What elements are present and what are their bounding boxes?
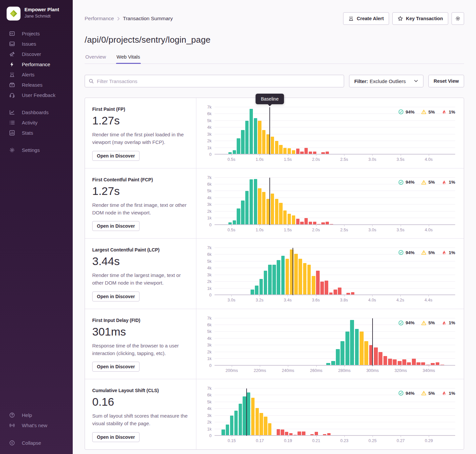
vital-value: 1.27s: [92, 114, 189, 127]
fcp-histogram-chart[interactable]: 94% 5% 1% 01k2k3k4k5k6k7k 0.5s1.0s1.5s2.…: [196, 168, 464, 239]
sidebar-item-projects[interactable]: Projects: [0, 28, 73, 39]
vital-value: 3.44s: [92, 255, 189, 268]
help-icon: [9, 412, 15, 418]
flame-icon: [441, 109, 447, 114]
vital-row-fcp: First Contentful Paint (FCP) 1.27s Rende…: [85, 168, 464, 239]
releases-icon: [9, 82, 15, 88]
warning-icon: [421, 109, 426, 114]
projects-icon: [9, 31, 15, 36]
star-icon: [398, 16, 403, 21]
chart-legend: 94% 5% 1%: [398, 180, 455, 185]
user-feedback-icon: [9, 92, 15, 98]
stats-icon: [9, 130, 15, 136]
org-switcher[interactable]: Empower Plant Jane Schmidt: [0, 5, 73, 28]
sidebar-item-settings[interactable]: Settings: [0, 145, 73, 155]
vital-value: 301ms: [92, 325, 189, 338]
flame-icon: [441, 180, 447, 185]
vital-description: Sum of layout shift scores that measure …: [92, 412, 189, 428]
sidebar-item-dashboards[interactable]: Dashboards: [0, 107, 73, 117]
fp-histogram-chart[interactable]: 94% 5% 1% 01k2k3k4k5k6k7kBaseline 0.5s1.…: [196, 98, 464, 168]
vital-description: Render time of the largest image, text o…: [92, 271, 189, 287]
dashboards-icon: [9, 110, 15, 115]
collapse-icon: [9, 440, 15, 446]
tab-overview[interactable]: Overview: [85, 54, 107, 64]
activity-icon: [9, 120, 15, 125]
cls-histogram-chart[interactable]: 94% 5% 1% 01k2k3k4k5k6k7k 0.150.170.190.…: [196, 379, 464, 449]
flame-icon: [441, 250, 447, 255]
chart-legend: 94% 5% 1%: [398, 250, 455, 255]
org-logo: [7, 7, 20, 21]
sidebar-item-help[interactable]: Help: [0, 410, 73, 420]
open-in-discover-button[interactable]: Open in Discover: [92, 221, 139, 231]
fid-histogram-chart[interactable]: 94% 5% 1% 01k2k3k4k5k6k7k 200ms220ms240m…: [196, 309, 464, 379]
open-in-discover-button[interactable]: Open in Discover: [92, 151, 139, 161]
chart-legend: 94% 5% 1%: [398, 320, 455, 326]
page-title: /api/0/projects/sentry/login_page: [85, 35, 464, 45]
sidebar-item-user-feedback[interactable]: User Feedback: [0, 90, 73, 100]
vital-value: 1.27s: [92, 185, 189, 198]
empower-plant-logo-icon: [9, 9, 18, 18]
filter-dropdown[interactable]: Filter:Exclude Outliers: [349, 75, 423, 87]
vital-row-cls: Cumulative Layout Shift (CLS) 0.16 Sum o…: [85, 379, 464, 449]
tab-bar: Overview Web Vitals: [85, 54, 464, 64]
vital-row-lcp: Largest Contentful Paint (LCP) 3.44s Ren…: [85, 238, 464, 309]
siren-icon: [348, 16, 354, 21]
sidebar-item-whats-new[interactable]: What's new: [0, 420, 73, 431]
sidebar-item-discover[interactable]: Discover: [0, 49, 73, 59]
sidebar-item-performance[interactable]: Performance: [0, 59, 73, 69]
vital-row-fp: First Paint (FP) 1.27s Render time of th…: [85, 98, 464, 168]
chart-legend: 94% 5% 1%: [398, 109, 455, 114]
vital-description: Render time of the first image, text or …: [92, 201, 189, 217]
broadcast-icon: [9, 423, 15, 428]
vital-description: Response time of the browser to a user i…: [92, 342, 189, 357]
key-transaction-button[interactable]: Key Transaction: [392, 12, 448, 25]
breadcrumb-performance[interactable]: Performance: [85, 16, 114, 22]
open-in-discover-button[interactable]: Open in Discover: [92, 362, 139, 372]
sidebar-collapse-button[interactable]: Collapse: [0, 438, 73, 448]
chevron-right-icon: [117, 17, 120, 21]
vital-description: Render time of the first pixel loaded in…: [92, 131, 189, 146]
sidebar-item-issues[interactable]: Issues: [0, 39, 73, 49]
discover-icon: [9, 51, 15, 57]
warning-icon: [421, 180, 426, 185]
check-circle-icon: [398, 109, 404, 114]
create-alert-button[interactable]: Create Alert: [343, 12, 389, 25]
search-input[interactable]: [85, 75, 344, 87]
org-name: Empower Plant: [24, 7, 59, 13]
user-name: Jane Schmidt: [24, 14, 59, 19]
vital-name: First Paint (FP): [92, 107, 189, 112]
check-circle-icon: [398, 250, 404, 255]
gear-icon: [455, 16, 460, 21]
sidebar-item-stats[interactable]: Stats: [0, 128, 73, 138]
sidebar-item-activity[interactable]: Activity: [0, 117, 73, 128]
main-content: Performance Transaction Summary Create A…: [73, 0, 476, 454]
vital-name: First Input Delay (FID): [92, 318, 189, 323]
issues-icon: [9, 41, 15, 47]
reset-view-button[interactable]: Reset View: [428, 75, 464, 87]
open-in-discover-button[interactable]: Open in Discover: [92, 432, 139, 442]
vital-name: First Contentful Paint (FCP): [92, 177, 189, 182]
check-circle-icon: [398, 180, 404, 185]
search-icon: [89, 78, 94, 84]
warning-icon: [421, 250, 426, 255]
performance-icon: [9, 62, 15, 67]
vital-name: Largest Contentful Paint (LCP): [92, 247, 189, 252]
check-circle-icon: [398, 320, 404, 326]
vital-row-fid: First Input Delay (FID) 301ms Response t…: [85, 309, 464, 379]
sidebar-item-releases[interactable]: Releases: [0, 80, 73, 90]
baseline-tooltip: Baseline: [256, 94, 284, 104]
filter-transactions-search: [85, 75, 344, 87]
alerts-icon: [9, 72, 15, 77]
check-circle-icon: [398, 390, 404, 396]
open-in-discover-button[interactable]: Open in Discover: [92, 292, 139, 301]
transaction-settings-button[interactable]: [452, 12, 464, 25]
vital-value: 0.16: [92, 395, 189, 408]
sidebar-item-alerts[interactable]: Alerts: [0, 69, 73, 80]
web-vitals-panel: First Paint (FP) 1.27s Render time of th…: [85, 98, 464, 450]
breadcrumb: Performance Transaction Summary: [85, 16, 173, 22]
flame-icon: [441, 390, 447, 396]
gear-icon: [9, 147, 15, 153]
lcp-histogram-chart[interactable]: 94% 5% 1% 01k2k3k4k5k6k7k 3.0s3.2s3.4s3.…: [196, 239, 464, 309]
vital-name: Cumulative Layout Shift (CLS): [92, 388, 189, 393]
tab-web-vitals[interactable]: Web Vitals: [116, 54, 141, 64]
